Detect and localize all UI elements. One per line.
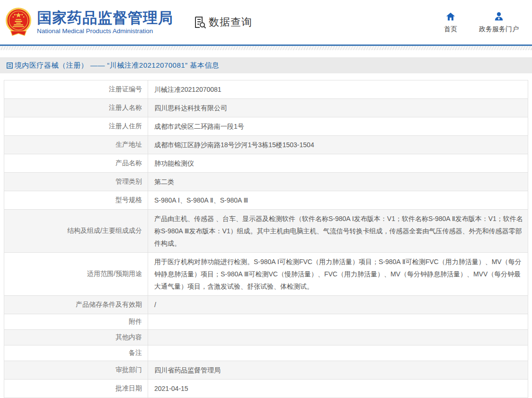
row-value: 四川思科达科技有限公司 bbox=[148, 99, 528, 117]
row-value: 成都市武侯区二环路南一段1号 bbox=[148, 117, 528, 136]
row-label-text: 备注 bbox=[129, 349, 142, 357]
table-row: 批准日期 2021-04-15 bbox=[4, 380, 528, 398]
row-label-text: 产品储存条件及有效期 bbox=[76, 301, 142, 309]
document-search-icon bbox=[193, 16, 206, 29]
row-label: 管理类别 bbox=[4, 173, 148, 191]
row-label: 审批部门 bbox=[4, 361, 148, 380]
site-title-cn: 国家药品监督管理局 bbox=[37, 10, 173, 26]
table-row: 产品名称 肺功能检测仪 bbox=[4, 154, 528, 173]
row-label: 批准日期 bbox=[4, 380, 148, 398]
row-value: 2021-04-15 bbox=[148, 380, 528, 398]
row-value: S-980A Ⅰ、S-980A Ⅱ、S-980A Ⅲ bbox=[148, 191, 528, 210]
site-header: 国家药品监督管理局 National Medical Products Admi… bbox=[0, 0, 532, 44]
data-query-label: 数据查询 bbox=[209, 15, 252, 29]
row-label: 注册证编号 bbox=[4, 80, 148, 99]
row-label: 结构及组成/主要组成成分 bbox=[4, 210, 148, 253]
home-icon bbox=[445, 11, 456, 22]
row-label: 产品储存条件及有效期 bbox=[4, 296, 148, 314]
row-label-text: 管理类别 bbox=[115, 177, 142, 186]
site-title-en: National Medical Products Administration bbox=[37, 27, 173, 35]
row-value: 四川省药品监督管理局 bbox=[148, 361, 528, 380]
row-value: / bbox=[148, 296, 528, 314]
row-label: 注册人名称 bbox=[4, 99, 148, 117]
row-value: 成都市锦江区静沙南路18号沙河1号3栋15楼1503-1504 bbox=[148, 136, 528, 154]
row-label-text: 附件 bbox=[129, 318, 142, 326]
site-title-block: 国家药品监督管理局 National Medical Products Admi… bbox=[37, 10, 173, 35]
table-row: 审批部门 四川省药品监督管理局 bbox=[4, 361, 528, 380]
row-label: 型号规格 bbox=[4, 191, 148, 210]
table-row: 注册人名称 四川思科达科技有限公司 bbox=[4, 99, 528, 117]
table-row: 生产地址 成都市锦江区静沙南路18号沙河1号3栋15楼1503-1504 bbox=[4, 136, 528, 154]
row-label-text: 批准日期 bbox=[115, 384, 142, 393]
table-row: 备注 bbox=[4, 345, 528, 361]
row-value bbox=[148, 314, 528, 330]
row-value: 肺功能检测仪 bbox=[148, 154, 528, 173]
row-label-text: 型号规格 bbox=[115, 196, 142, 204]
table-row: 结构及组成/主要组成成分 产品由主机、传感器 、台车、显示器及检测软件（软件名称… bbox=[4, 210, 528, 253]
row-label-text: 适用范围/预期用途 bbox=[87, 270, 142, 278]
national-emblem-icon bbox=[4, 6, 33, 38]
row-label: 适用范围/预期用途 bbox=[4, 253, 148, 296]
nmpa-logo[interactable]: 国家药品监督管理局 National Medical Products Admi… bbox=[4, 6, 173, 38]
user-icon bbox=[494, 11, 504, 22]
row-value: 产品由主机、传感器 、台车、显示器及检测软件（软件名称S-980A Ⅰ发布版本：… bbox=[148, 210, 528, 253]
row-value: 用于医疗机构对肺功能进行检测。S-980A Ⅰ可检测FVC（用力肺活量）项目；S… bbox=[148, 253, 528, 296]
row-value bbox=[148, 345, 528, 361]
row-value: 川械注准20212070081 bbox=[148, 80, 528, 99]
row-label-text: 注册人住所 bbox=[109, 122, 142, 131]
table-row: 管理类别 第二类 bbox=[4, 173, 528, 191]
row-value: 第二类 bbox=[148, 173, 528, 191]
table-row: 注册人住所 成都市武侯区二环路南一段1号 bbox=[4, 117, 528, 136]
breadcrumb-text: 境内医疗器械（注册） —— “川械注准20212070081” 基本信息 bbox=[15, 61, 219, 70]
breadcrumb: 境内医疗器械（注册） —— “川械注准20212070081” 基本信息 bbox=[0, 57, 532, 73]
table-row: 附件 bbox=[4, 314, 528, 330]
header-nav: 首页 政务服务门户 bbox=[444, 11, 519, 34]
row-label-text: 产品名称 bbox=[115, 159, 142, 168]
nav-item-label: 首页 bbox=[444, 25, 457, 34]
row-label-text: 注册证编号 bbox=[109, 85, 142, 94]
row-label-text: 其他内容 bbox=[115, 333, 142, 342]
row-label: 附件 bbox=[4, 314, 148, 330]
table-row: 产品储存条件及有效期 / bbox=[4, 296, 528, 314]
nav-item-home[interactable]: 首页 bbox=[444, 11, 457, 34]
form-icon bbox=[6, 62, 13, 69]
row-value bbox=[148, 330, 528, 345]
row-label-text: 结构及组成/主要组成成分 bbox=[67, 227, 142, 235]
row-label: 备注 bbox=[4, 345, 148, 361]
hatch-band bbox=[0, 46, 532, 50]
info-table-body: 注册证编号 川械注准20212070081 注册人名称 四川思科达科技有限公司 … bbox=[4, 80, 528, 398]
row-label-text: 审批部门 bbox=[115, 366, 142, 374]
nav-item-portal[interactable]: 政务服务门户 bbox=[479, 11, 519, 34]
row-label: 产品名称 bbox=[4, 154, 148, 173]
table-row: 注册证编号 川械注准20212070081 bbox=[4, 80, 528, 99]
table-row: 其他内容 bbox=[4, 330, 528, 345]
registration-info-table: 注册证编号 川械注准20212070081 注册人名称 四川思科达科技有限公司 … bbox=[4, 80, 528, 398]
nav-item-label: 政务服务门户 bbox=[479, 25, 519, 34]
row-label: 注册人住所 bbox=[4, 117, 148, 136]
row-label-text: 注册人名称 bbox=[109, 104, 142, 112]
data-query-tab[interactable]: 数据查询 bbox=[193, 15, 252, 29]
row-label-text: 生产地址 bbox=[115, 141, 142, 149]
table-row: 适用范围/预期用途 用于医疗机构对肺功能进行检测。S-980A Ⅰ可检测FVC（… bbox=[4, 253, 528, 296]
row-label: 生产地址 bbox=[4, 136, 148, 154]
row-label: 其他内容 bbox=[4, 330, 148, 345]
table-row: 型号规格 S-980A Ⅰ、S-980A Ⅱ、S-980A Ⅲ bbox=[4, 191, 528, 210]
